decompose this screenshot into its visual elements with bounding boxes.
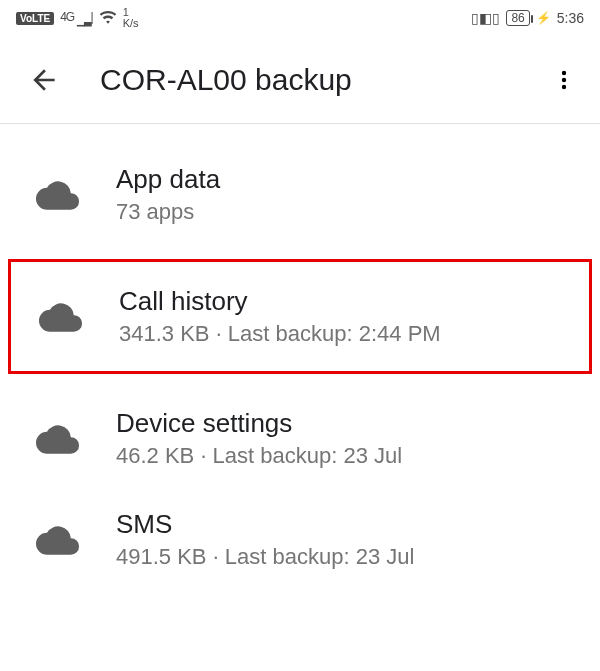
network-indicator: 4G ▁▃| [60, 10, 92, 26]
list-item-device-settings[interactable]: Device settings 46.2 KB · Last backup: 2… [0, 388, 600, 489]
item-subtitle: 491.5 KB · Last backup: 23 Jul [116, 544, 414, 570]
item-title: SMS [116, 509, 414, 540]
charging-icon: ⚡ [536, 11, 551, 25]
back-button[interactable] [28, 64, 60, 96]
status-right: ▯◧▯ 86 ⚡ 5:36 [471, 10, 584, 26]
list-item-call-history[interactable]: Call history 341.3 KB · Last backup: 2:4… [11, 262, 589, 371]
item-title: Device settings [116, 408, 402, 439]
more-menu-button[interactable] [552, 68, 576, 92]
status-bar: VoLTE 4G ▁▃| 1 K/s ▯◧▯ 86 ⚡ 5:36 [0, 0, 600, 36]
cloud-icon [36, 423, 80, 455]
vibrate-icon: ▯◧▯ [471, 10, 500, 26]
status-left: VoLTE 4G ▁▃| 1 K/s [16, 7, 139, 29]
page-title: COR-AL00 backup [100, 63, 552, 97]
battery-indicator: 86 [506, 10, 529, 26]
data-speed: 1 K/s [123, 7, 139, 29]
backup-list: App data 73 apps Call history 341.3 KB ·… [0, 124, 600, 590]
list-item-app-data[interactable]: App data 73 apps [0, 144, 600, 245]
cloud-icon [39, 301, 83, 333]
item-subtitle: 341.3 KB · Last backup: 2:44 PM [119, 321, 441, 347]
highlight-box: Call history 341.3 KB · Last backup: 2:4… [8, 259, 592, 374]
clock: 5:36 [557, 10, 584, 26]
item-subtitle: 73 apps [116, 199, 220, 225]
svg-point-2 [562, 84, 566, 88]
svg-point-0 [562, 70, 566, 74]
item-title: Call history [119, 286, 441, 317]
wifi-icon [99, 10, 117, 27]
item-title: App data [116, 164, 220, 195]
svg-point-1 [562, 77, 566, 81]
item-subtitle: 46.2 KB · Last backup: 23 Jul [116, 443, 402, 469]
cloud-icon [36, 524, 80, 556]
volte-badge: VoLTE [16, 12, 54, 25]
cloud-icon [36, 179, 80, 211]
app-bar: COR-AL00 backup [0, 36, 600, 124]
list-item-sms[interactable]: SMS 491.5 KB · Last backup: 23 Jul [0, 489, 600, 590]
